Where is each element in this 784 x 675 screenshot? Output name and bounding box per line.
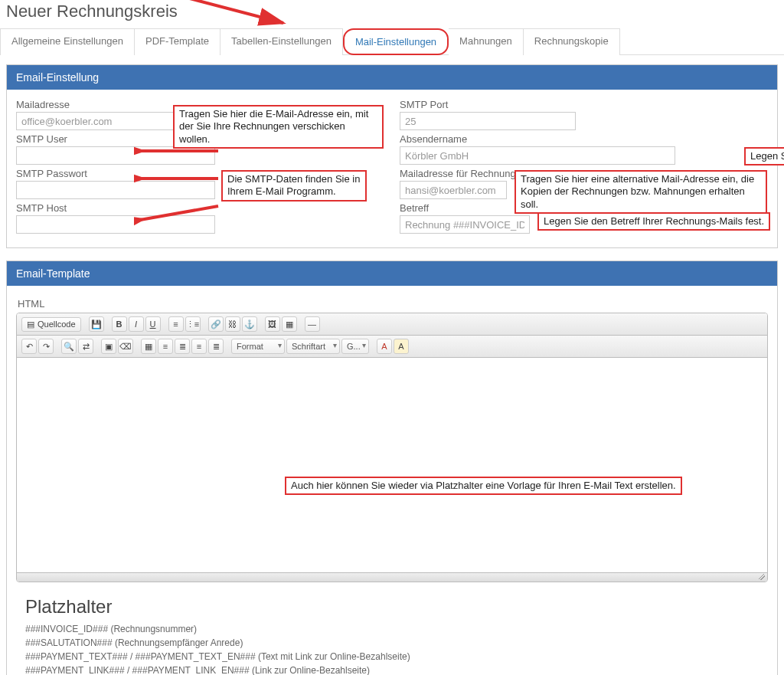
save-icon[interactable]: 💾 <box>89 316 104 332</box>
text-color-icon[interactable]: A <box>377 339 392 354</box>
placeholder-item: ###INVOICE_ID### (Rechnungsnummer) <box>25 622 768 636</box>
page-title: Neuer Rechnungskreis <box>6 2 784 21</box>
annotation-editor: Auch hier können Sie wieder via Platzhal… <box>285 477 682 495</box>
unlink-icon[interactable]: ⛓ <box>225 316 240 332</box>
editor-textarea[interactable]: Auch hier können Sie wieder via Platzhal… <box>17 358 767 572</box>
placeholder-item: ###SALUTATION### (Rechnungsempfänger Anr… <box>25 636 768 650</box>
label-html: HTML <box>18 298 768 310</box>
image-icon[interactable]: 🖼 <box>265 316 280 332</box>
editor-toolbar-row2: ↶ ↷ 🔍 ⇄ ▣ ⌫ ▦ ≡ ≣ ≡ ≣ Format Schrif <box>17 336 767 358</box>
input-betreff[interactable] <box>400 215 530 234</box>
platzhalter-list: ###INVOICE_ID### (Rechnungsnummer) ###SA… <box>25 622 768 675</box>
annotation-smtp: Die SMTP-Daten finden Sie in Ihrem E-Mai… <box>221 170 367 202</box>
align-right-icon[interactable]: ≡ <box>191 339 207 354</box>
bg-color-icon[interactable]: A <box>394 339 409 354</box>
size-select[interactable]: G... <box>341 339 369 354</box>
tab-rechnungskopie[interactable]: Rechnungskopie <box>524 28 620 55</box>
input-smtp-passwort[interactable] <box>16 181 215 199</box>
placeholder-item: ###PAYMENT_TEXT### / ###PAYMENT_TEXT_EN#… <box>25 650 768 664</box>
input-smtp-port[interactable] <box>400 112 576 130</box>
panel-email-template: Email-Template HTML ▤ Quellcode 💾 B I U … <box>6 260 778 675</box>
tab-pdf-template[interactable]: PDF-Template <box>135 28 220 55</box>
placeholder-item: ###PAYMENT_LINK### / ###PAYMENT_LINK_EN#… <box>25 664 768 675</box>
editor-resize-handle[interactable] <box>17 572 767 582</box>
redo-icon[interactable]: ↷ <box>38 339 54 354</box>
panel-header-email-einstellung: Email-Einstellung <box>7 65 777 90</box>
annotation-mail-kopien: Tragen Sie hier eine alternative Mail-Ad… <box>514 170 767 214</box>
remove-format-icon[interactable]: ⌫ <box>118 339 133 354</box>
label-smtp-port: SMTP Port <box>400 99 768 110</box>
bulleted-list-button[interactable]: ⋮≡ <box>185 316 201 332</box>
input-mail-kopien[interactable] <box>400 181 507 199</box>
italic-button[interactable]: I <box>129 316 144 332</box>
insert-table-icon[interactable]: ▦ <box>141 339 156 354</box>
tab-mahnungen[interactable]: Mahnungen <box>449 28 524 55</box>
panel-header-email-template: Email-Template <box>7 261 777 286</box>
link-icon[interactable]: 🔗 <box>208 316 224 332</box>
source-icon: ▤ <box>27 319 34 329</box>
select-all-icon[interactable]: ▣ <box>101 339 116 354</box>
table-icon[interactable]: ▦ <box>282 316 297 332</box>
editor-toolbar-row1: ▤ Quellcode 💾 B I U ≡ ⋮≡ 🔗 ⛓ ⚓ <box>17 313 767 336</box>
label-smtp-host: SMTP Host <box>16 202 384 214</box>
rich-text-editor: ▤ Quellcode 💾 B I U ≡ ⋮≡ 🔗 ⛓ ⚓ <box>16 313 768 582</box>
annotation-absendername: Legen Sie noch den Absendernamen fest. <box>744 147 784 165</box>
format-select[interactable]: Format <box>231 339 285 354</box>
tab-tabellen[interactable]: Tabellen-Einstellungen <box>220 28 343 55</box>
numbered-list-button[interactable]: ≡ <box>168 316 184 332</box>
label-absendername: Absendername <box>400 133 768 145</box>
replace-icon[interactable]: ⇄ <box>78 339 93 354</box>
tabs: Allgemeine Einstellungen PDF-Template Ta… <box>0 28 784 55</box>
input-smtp-host[interactable] <box>16 215 215 234</box>
input-smtp-user[interactable] <box>16 146 215 165</box>
font-select[interactable]: Schriftart <box>286 339 340 354</box>
tab-allgemein[interactable]: Allgemeine Einstellungen <box>0 28 135 55</box>
align-left-icon[interactable]: ≡ <box>158 339 173 354</box>
align-center-icon[interactable]: ≣ <box>175 339 190 354</box>
underline-button[interactable]: U <box>145 316 161 332</box>
annotation-mailadresse: Tragen Sie hier die E-Mail-Adresse ein, … <box>173 105 384 149</box>
anchor-icon[interactable]: ⚓ <box>242 316 257 332</box>
find-icon[interactable]: 🔍 <box>61 339 77 354</box>
source-button[interactable]: ▤ Quellcode <box>21 317 81 332</box>
bold-button[interactable]: B <box>112 316 127 332</box>
input-absendername[interactable] <box>400 146 675 165</box>
hr-icon[interactable]: — <box>305 316 320 332</box>
align-justify-icon[interactable]: ≣ <box>208 339 224 354</box>
source-label: Quellcode <box>38 319 76 329</box>
platzhalter-title: Platzhalter <box>25 596 768 618</box>
tab-mail-einstellungen[interactable]: Mail-Einstellungen <box>343 28 449 55</box>
undo-icon[interactable]: ↶ <box>21 339 37 354</box>
annotation-betreff: Legen Sie den Betreff Ihrer Rechnungs-Ma… <box>537 212 770 231</box>
panel-email-einstellung: Email-Einstellung Mailadresse SMTP User … <box>6 64 778 248</box>
